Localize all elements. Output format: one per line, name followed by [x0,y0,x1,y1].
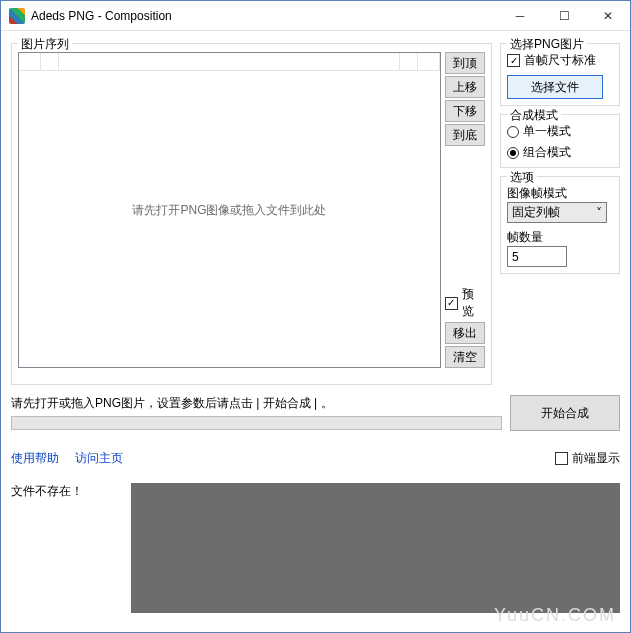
select-png-legend: 选择PNG图片 [507,36,587,53]
progress-bar [11,416,502,430]
frame-count-label: 帧数量 [507,229,613,246]
minimize-button[interactable]: ─ [498,1,542,30]
move-bottom-button[interactable]: 到底 [445,124,485,146]
remove-button[interactable]: 移出 [445,322,485,344]
image-sequence-legend: 图片序列 [18,36,72,53]
move-down-button[interactable]: 下移 [445,100,485,122]
combo-mode-radio[interactable] [507,147,519,159]
move-top-button[interactable]: 到顶 [445,52,485,74]
start-compose-button[interactable]: 开始合成 [510,395,620,431]
select-png-group: 选择PNG图片 ✓ 首帧尺寸标准 选择文件 [500,43,620,106]
single-mode-label: 单一模式 [523,123,571,140]
frame-mode-label: 图像帧模式 [507,185,613,202]
compose-mode-group: 合成模式 单一模式 组合模式 [500,114,620,168]
preview-panel [131,483,620,613]
help-link[interactable]: 使用帮助 [11,450,59,467]
topmost-checkbox[interactable] [555,452,568,465]
maximize-button[interactable]: ☐ [542,1,586,30]
close-button[interactable]: ✕ [586,1,630,30]
move-up-button[interactable]: 上移 [445,76,485,98]
title-bar: Adeds PNG - Composition ─ ☐ ✕ [1,1,630,31]
compose-mode-legend: 合成模式 [507,107,561,124]
frame-mode-value: 固定列帧 [512,204,560,221]
status-hint: 请先打开或拖入PNG图片，设置参数后请点击 | 开始合成 | 。 [11,395,502,412]
separator [11,441,620,442]
topmost-label: 前端显示 [572,450,620,467]
frame-count-value: 5 [512,250,519,264]
app-icon [9,8,25,24]
frame-mode-select[interactable]: 固定列帧 ˅ [507,202,607,223]
combo-mode-label: 组合模式 [523,144,571,161]
options-group: 选项 图像帧模式 固定列帧 ˅ 帧数量 5 [500,176,620,274]
list-header [19,53,440,71]
error-text: 文件不存在！ [11,483,121,500]
preview-checkbox[interactable]: ✓ [445,297,458,310]
preview-label: 预览 [462,286,485,320]
list-placeholder: 请先打开PNG图像或拖入文件到此处 [132,202,326,219]
image-sequence-group: 图片序列 请先打开PNG图像或拖入文件到此处 到顶 上移 下移 到底 [11,43,492,385]
first-frame-checkbox[interactable]: ✓ [507,54,520,67]
options-legend: 选项 [507,169,537,186]
single-mode-radio[interactable] [507,126,519,138]
window-title: Adeds PNG - Composition [31,9,172,23]
image-sequence-list[interactable]: 请先打开PNG图像或拖入文件到此处 [18,52,441,368]
chevron-down-icon: ˅ [596,206,602,220]
first-frame-label: 首帧尺寸标准 [524,52,596,69]
home-link[interactable]: 访问主页 [75,450,123,467]
choose-file-button[interactable]: 选择文件 [507,75,603,99]
clear-button[interactable]: 清空 [445,346,485,368]
frame-count-input[interactable]: 5 [507,246,567,267]
